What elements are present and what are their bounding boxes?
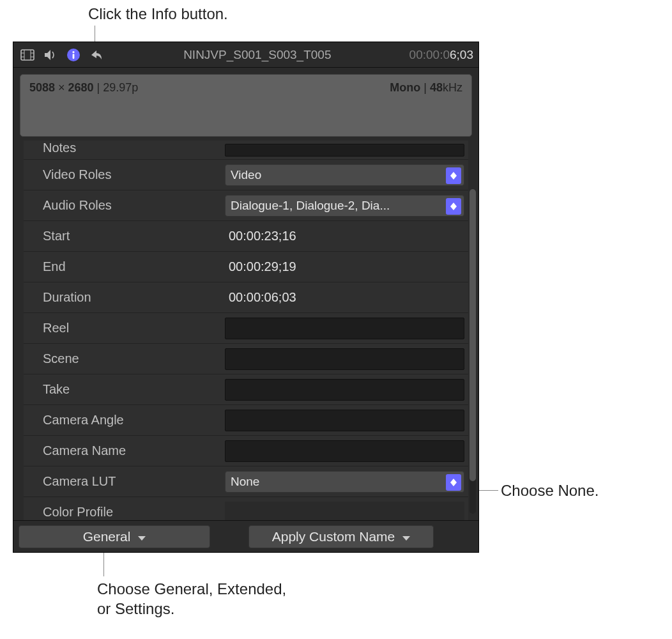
scene-row: Scene [24,344,468,374]
apply-custom-name-button[interactable]: Apply Custom Name [248,525,434,548]
audio-inspector-icon[interactable] [42,46,59,64]
reel-input[interactable] [225,318,464,339]
video-inspector-icon[interactable] [19,46,36,64]
apply-custom-name-label: Apply Custom Name [272,529,395,544]
camera-lut-label: Camera LUT [24,466,225,497]
timecode-bright: 6;03 [450,48,473,61]
video-roles-value: Video [231,168,261,182]
metadata-view-button[interactable]: General [19,525,210,548]
duration-row: Duration 00:00:06;03 [24,282,468,313]
svg-rect-0 [21,50,34,60]
camera-lut-value: None [231,475,259,489]
scene-input[interactable] [225,348,464,370]
callout-lut: Choose None. [501,481,599,500]
audio-roles-select[interactable]: Dialogue-1, Dialogue-2, Dia... [225,195,464,217]
svg-rect-9 [73,54,75,59]
dropdown-arrows-icon [446,474,461,491]
timecode-display: 00:00:06;03 [409,48,473,62]
start-row: Start 00:00:23;16 [24,221,468,252]
camera-angle-input[interactable] [225,410,464,431]
camera-name-row: Camera Name [24,436,468,466]
reel-label: Reel [24,313,225,343]
camera-lut-row: Camera LUT None [24,466,468,497]
reel-row: Reel [24,313,468,344]
metadata-fields: Notes Video Roles Video Audio Roles Dial… [24,141,468,528]
inspector-bottom-bar: General Apply Custom Name [13,520,478,552]
clip-name-label: NINJVP_S001_S003_T005 [111,48,404,62]
video-roles-label: Video Roles [24,160,225,190]
camera-name-label: Camera Name [24,436,225,466]
info-inspector-icon[interactable] [65,46,82,64]
leader-line [103,550,104,576]
share-inspector-icon[interactable] [88,46,105,64]
notes-row: Notes [24,141,468,160]
end-row: End 00:00:29;19 [24,252,468,282]
dropdown-arrows-icon [446,198,461,215]
metadata-view-label: General [83,529,131,544]
info-inspector-panel: NINJVP_S001_S003_T005 00:00:06;03 5088 ×… [13,42,479,553]
camera-angle-row: Camera Angle [24,405,468,436]
start-value[interactable]: 00:00:23;16 [225,229,296,243]
notes-label: Notes [24,141,225,159]
start-label: Start [24,221,225,251]
notes-input[interactable] [225,144,464,157]
format-banner: 5088 × 2680 | 29.97p Mono | 48kHz [20,74,472,137]
duration-value: 00:00:06;03 [225,290,296,305]
scrollbar-thumb[interactable] [470,189,476,481]
callout-view: Choose General, Extended, or Settings. [97,579,289,619]
chevron-down-icon [402,529,410,544]
video-roles-row: Video Roles Video [24,160,468,190]
end-value[interactable]: 00:00:29;19 [225,259,296,274]
inspector-toolbar: NINJVP_S001_S003_T005 00:00:06;03 [13,42,478,68]
dropdown-arrows-icon [446,167,461,184]
end-label: End [24,252,225,282]
audio-roles-value: Dialogue-1, Dialogue-2, Dia... [231,199,390,213]
camera-lut-select[interactable]: None [225,471,464,493]
callout-info: Click the Info button. [88,4,228,24]
timecode-dim: 00:00:0 [409,48,450,61]
chevron-down-icon [138,529,146,544]
scrollbar[interactable] [470,189,476,514]
audio-roles-label: Audio Roles [24,190,225,220]
video-format-label: 5088 × 2680 | 29.97p [29,81,138,130]
audio-format-label: Mono | 48kHz [390,81,462,130]
audio-roles-row: Audio Roles Dialogue-1, Dialogue-2, Dia.… [24,190,468,221]
take-label: Take [24,374,225,404]
duration-label: Duration [24,282,225,312]
take-input[interactable] [225,379,464,401]
svg-point-8 [72,50,74,52]
video-roles-select[interactable]: Video [225,164,464,186]
camera-name-input[interactable] [225,440,464,462]
scene-label: Scene [24,344,225,374]
camera-angle-label: Camera Angle [24,405,225,435]
take-row: Take [24,374,468,405]
